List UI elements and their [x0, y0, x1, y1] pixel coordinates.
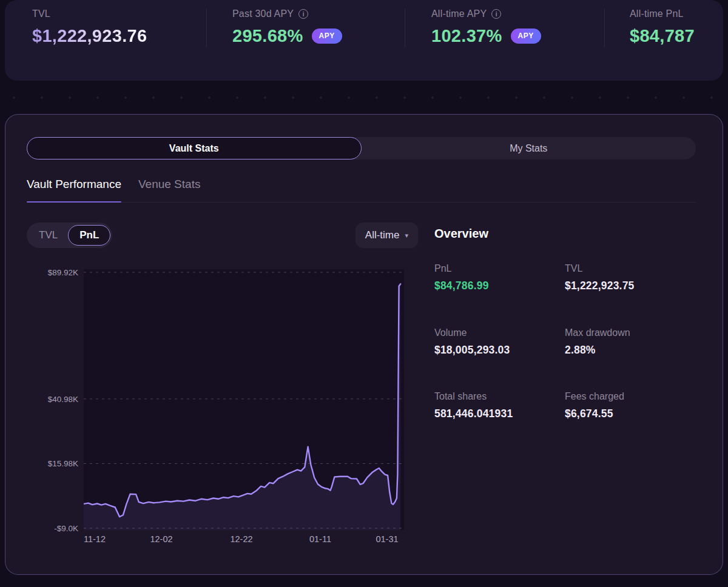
- x-tick-label: 11-12: [84, 534, 106, 544]
- overview-tvl-label: TVL: [565, 263, 708, 274]
- toggle-pnl[interactable]: PnL: [68, 225, 110, 246]
- subtab-venue-stats[interactable]: Venue Stats: [138, 178, 200, 202]
- overview-row-3: Total shares 581,446.041931 Fees charged…: [434, 391, 708, 420]
- y-tick-label: $15.98K: [48, 459, 78, 468]
- chart-y-axis: $89.92K$40.98K$15.98K-$9.0K: [5, 269, 78, 530]
- vault-stats-summary-card: TVL $1,222,923.76 Past 30d APY i 295.68%…: [5, 0, 723, 81]
- subtab-vault-performance[interactable]: Vault Performance: [27, 178, 121, 202]
- x-tick-label: 01-11: [309, 534, 331, 544]
- overview-total-shares-value: 581,446.041931: [434, 408, 565, 420]
- overview-pnl: PnL $84,786.99: [434, 263, 565, 292]
- overview-total-shares-label: Total shares: [434, 391, 565, 402]
- pnl-chart-svg: [84, 269, 404, 530]
- overview-pnl-value: $84,786.99: [434, 280, 565, 292]
- apy-badge: APY: [511, 29, 541, 44]
- x-tick-label: 01-31: [376, 534, 398, 544]
- stat-tvl-label: TVL: [32, 8, 147, 19]
- stat-label-text: TVL: [32, 8, 50, 19]
- stat-alltime-pnl: All-time PnL $84,787: [630, 8, 695, 46]
- overview-volume-label: Volume: [434, 327, 565, 338]
- overview-fees-charged-value: $6,674.55: [565, 408, 708, 420]
- overview-volume: Volume $18,005,293.03: [434, 327, 565, 357]
- y-tick-label: $89.92K: [48, 268, 78, 277]
- stat-label-text: Past 30d APY: [232, 8, 294, 19]
- overview-max-drawdown: Max drawdown 2.88%: [565, 327, 708, 357]
- y-tick-label: $40.98K: [48, 395, 78, 404]
- overview-volume-value: $18,005,293.03: [434, 344, 565, 357]
- y-tick-label: -$9.0K: [54, 524, 78, 533]
- vault-dashboard: { "colors": { "accent_purple": "#a78bfa"…: [0, 0, 728, 587]
- divider: [405, 8, 405, 47]
- stat-past30d-apy-label: Past 30d APY i: [232, 8, 342, 19]
- stats-tab-bar: Vault Stats My Stats: [27, 137, 696, 159]
- time-range-dropdown[interactable]: All-time ▾: [356, 223, 418, 248]
- stat-alltime-apy-label: All-time APY i: [431, 8, 541, 19]
- overview-fees-charged: Fees charged $6,674.55: [565, 391, 708, 420]
- overview-row-1: PnL $84,786.99 TVL $1,222,923.75: [434, 263, 708, 292]
- stat-alltime-apy: All-time APY i 102.37% APY: [431, 8, 541, 46]
- x-tick-label: 12-22: [230, 534, 252, 544]
- stat-alltime-pnl-value: $84,787: [630, 26, 695, 46]
- stat-tvl: TVL $1,222,923.76: [32, 8, 147, 46]
- info-icon[interactable]: i: [491, 9, 501, 19]
- tab-my-stats[interactable]: My Stats: [362, 137, 696, 159]
- metric-toggle: TVL PnL: [27, 223, 112, 248]
- toggle-tvl[interactable]: TVL: [29, 226, 68, 245]
- overview-row-2: Volume $18,005,293.03 Max drawdown 2.88%: [434, 327, 708, 357]
- sub-tab-bar: Vault Performance Venue Stats: [27, 178, 696, 203]
- overview-max-drawdown-label: Max drawdown: [565, 327, 708, 338]
- time-range-value: All-time: [365, 229, 400, 241]
- chart-x-axis: 11-1212-0212-2201-1101-31: [84, 534, 404, 548]
- overview-title: Overview: [434, 227, 488, 241]
- stat-past30d-apy-value: 295.68%: [232, 26, 303, 46]
- stat-alltime-apy-value: 102.37%: [431, 26, 502, 46]
- overview-total-shares: Total shares 581,446.041931: [434, 391, 565, 420]
- pnl-area-chart[interactable]: [84, 269, 404, 530]
- overview-pnl-label: PnL: [434, 263, 565, 274]
- stat-tvl-value: $1,222,923.76: [32, 26, 147, 46]
- overview-tvl: TVL $1,222,923.75: [565, 263, 708, 292]
- stat-alltime-pnl-label: All-time PnL: [630, 8, 695, 19]
- x-tick-label: 12-02: [150, 534, 172, 544]
- info-icon[interactable]: i: [298, 9, 308, 19]
- chart-controls-row: TVL PnL All-time ▾: [27, 223, 418, 248]
- overview-tvl-value: $1,222,923.75: [565, 280, 708, 292]
- stat-label-text: All-time APY: [431, 8, 487, 19]
- chevron-down-icon: ▾: [405, 232, 408, 240]
- tab-vault-stats[interactable]: Vault Stats: [27, 137, 362, 159]
- vault-detail-panel: Vault Stats My Stats Vault Performance V…: [5, 114, 723, 575]
- stat-label-text: All-time PnL: [630, 8, 684, 19]
- divider: [604, 8, 605, 47]
- stat-past30d-apy: Past 30d APY i 295.68% APY: [232, 8, 342, 46]
- overview-max-drawdown-value: 2.88%: [565, 344, 708, 357]
- apy-badge: APY: [312, 29, 342, 44]
- overview-fees-charged-label: Fees charged: [565, 391, 708, 402]
- divider: [206, 8, 207, 47]
